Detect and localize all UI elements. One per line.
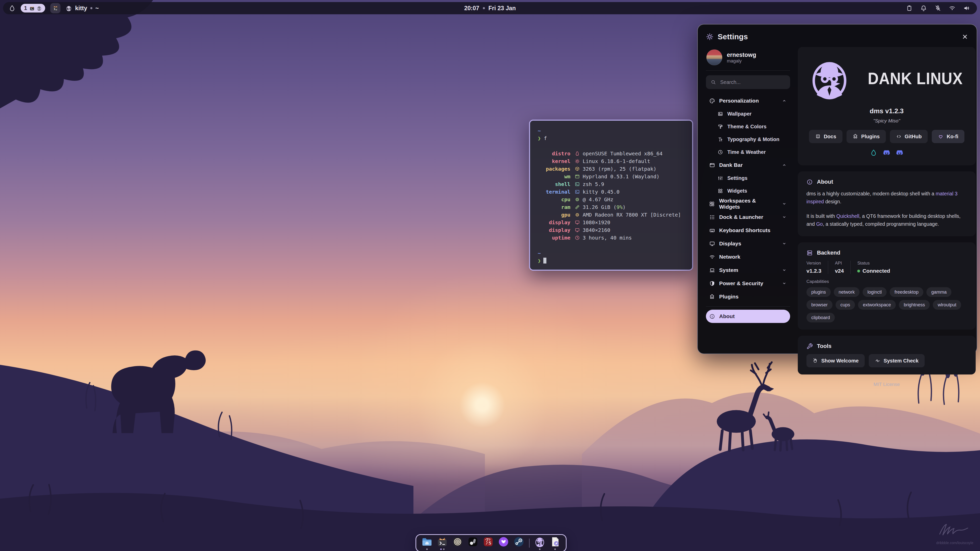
fastfetch-row-packages: packages3263 (rpm), 25 (flatpak)	[538, 165, 684, 173]
window-title[interactable]: kitty ~	[65, 5, 99, 12]
volume-icon[interactable]	[963, 5, 970, 11]
terminal-prompt[interactable]: ❯	[538, 257, 684, 265]
sidebar-item-label: Personalization	[719, 98, 759, 104]
capability-chip-wlroutput: wlroutput	[933, 300, 961, 310]
discord-social-icon[interactable]	[882, 149, 890, 157]
fastfetch-row-ram: ram31.26 GiB (9%)	[538, 203, 684, 211]
sidebar-subitem-time-weather[interactable]: Time & Weather	[706, 146, 790, 159]
system-tray	[906, 5, 970, 11]
sidebar-item-dock-launcher[interactable]: Dock & Launcher	[706, 210, 790, 224]
bar-icon	[709, 162, 715, 168]
wifi-icon[interactable]	[949, 5, 956, 11]
fastfetch-row-kernel: kernelLinux 6.18.6-1-default	[538, 157, 684, 165]
sidebar-item-keyboard-shortcuts[interactable]: Keyboard Shortcuts	[706, 224, 790, 237]
button-label: GitHub	[905, 134, 922, 140]
dock-item-steam[interactable]	[512, 536, 526, 550]
dock-item-media-circles-app[interactable]	[450, 536, 465, 550]
button-label: Ko-fi	[947, 134, 958, 140]
droplet-social-icon[interactable]	[870, 149, 877, 156]
discord-social-icon[interactable]	[895, 149, 903, 157]
close-button[interactable]	[961, 33, 969, 40]
hero-card: DANK LINUX dms v1.2.3 "Spicy Miso" DocsP…	[798, 47, 976, 165]
sidebar-item-label: About	[719, 313, 735, 319]
tools-card: Tools Show WelcomeSystem Check	[798, 336, 976, 375]
search-field[interactable]	[706, 75, 790, 89]
system-check-button[interactable]: System Check	[869, 354, 924, 367]
backend-meta: Versionv1.2.3APIv24StatusConnected	[807, 261, 967, 274]
sidebar-item-network[interactable]: Network	[706, 250, 790, 264]
sidebar-subitem-wallpaper[interactable]: Wallpaper	[706, 107, 790, 120]
backend-title: Backend	[817, 249, 840, 256]
sidebar-subitem-label: Theme & Colors	[727, 124, 767, 130]
heart-icon	[938, 134, 943, 139]
sidebar-item-system[interactable]: System	[706, 264, 790, 277]
sidebar-subitem-theme-colors[interactable]: Theme & Colors	[706, 120, 790, 133]
server-icon	[807, 250, 813, 256]
dock-item-dank-settings[interactable]	[533, 536, 547, 550]
steam-icon	[513, 536, 525, 548]
capability-chip-plugins: plugins	[807, 287, 831, 297]
dock-item-black-circle-bar-app[interactable]	[466, 536, 480, 550]
bell-icon[interactable]	[920, 5, 927, 11]
sidebar-item-plugins[interactable]: Plugins	[706, 290, 790, 303]
fastfetch-row-display: display3840×2160	[538, 226, 684, 234]
sidebar-item-about[interactable]: About	[706, 310, 790, 323]
plugins-button[interactable]: Plugins	[846, 130, 886, 143]
capability-chip-freedesktop: freedesktop	[890, 287, 923, 297]
button-label: Docs	[824, 134, 836, 140]
docs-button[interactable]: Docs	[809, 130, 842, 143]
dock-item-text-editor[interactable]	[548, 536, 562, 550]
sidebar-item-label: Workspaces & Widgets	[719, 198, 777, 210]
dock-item-red-s-app[interactable]: S	[481, 536, 495, 550]
backend-field-api: APIv24	[835, 261, 851, 274]
dock-item-heroic-games-launcher[interactable]	[496, 536, 511, 550]
avatar	[706, 49, 722, 65]
kitty-terminal-window[interactable]: ~ ❯ f distroopenSUSE Tumbleweed x86_64ke…	[529, 120, 693, 271]
sidebar-item-personalization[interactable]: Personalization	[706, 94, 790, 107]
show-welcome-button[interactable]: Show Welcome	[807, 354, 865, 367]
about-link[interactable]: Quickshell	[836, 213, 859, 219]
user-profile[interactable]: ernestowg magaly	[706, 47, 790, 70]
dock: S	[415, 534, 566, 551]
clock-date[interactable]: Fri 23 Jan	[488, 5, 516, 12]
github-button[interactable]: GitHub	[890, 130, 928, 143]
focused-app-button[interactable]	[50, 3, 60, 13]
ko-fi-button[interactable]: Ko-fi	[932, 130, 964, 143]
terminal-command-line: ❯ f	[538, 135, 684, 142]
settings-nav: PersonalizationWallpaperTheme & ColorsTy…	[706, 94, 790, 323]
search-input[interactable]	[720, 79, 786, 86]
dock-item-kitty-terminal[interactable]	[435, 536, 449, 550]
about-link[interactable]: material 3 inspired	[807, 191, 958, 204]
button-label: Show Welcome	[821, 358, 859, 364]
capability-chip-extworkspace: extworkspace	[858, 300, 896, 310]
backend-field-version: Versionv1.2.3	[807, 261, 828, 274]
sidebar-subitem-widgets[interactable]: Widgets	[706, 184, 790, 197]
fastfetch-row-terminal: terminalkitty 0.45.0	[538, 188, 684, 196]
clock-time[interactable]: 20:07	[464, 5, 479, 12]
workspace-app-mascot-icon	[37, 6, 42, 11]
about-paragraph-1: dms is a highly customizable, modern des…	[807, 190, 967, 206]
launcher-droplet-icon[interactable]	[9, 5, 16, 12]
settings-window: Settings ernestowg magaly Personaliza	[697, 24, 977, 354]
clipboard-icon[interactable]	[906, 5, 913, 11]
shield-icon	[709, 281, 715, 286]
dock-item-file-manager[interactable]	[420, 536, 434, 550]
sidebar-item-label: Network	[719, 254, 740, 260]
sidebar-item-displays[interactable]: Displays	[706, 237, 790, 250]
fastfetch-row-gpu: gpuAMD Radeon RX 7800 XT [Discrete]	[538, 211, 684, 219]
mic-off-icon[interactable]	[935, 5, 941, 11]
terminal-cwd-2: ~	[538, 249, 684, 257]
clock-icon	[717, 149, 723, 155]
info-icon	[709, 313, 715, 319]
book-icon	[815, 134, 821, 139]
sidebar-subitem-settings[interactable]: Settings	[706, 171, 790, 184]
hero-buttons: DocsPluginsGitHubKo-fi	[809, 130, 964, 143]
workspace-indicator[interactable]: 1	[21, 4, 45, 13]
sidebar-subitem-typography-motion[interactable]: Typography & Motion	[706, 133, 790, 146]
capability-chip-brightness: brightness	[899, 300, 930, 310]
sidebar-item-workspaces-widgets[interactable]: Workspaces & Widgets	[706, 197, 790, 210]
about-link[interactable]: Go	[816, 221, 823, 227]
sidebar-item-power-security[interactable]: Power & Security	[706, 277, 790, 290]
sidebar-item-dank-bar[interactable]: Dank Bar	[706, 159, 790, 171]
fastfetch-row-wm: wmHyprland 0.53.1 (Wayland)	[538, 173, 684, 180]
